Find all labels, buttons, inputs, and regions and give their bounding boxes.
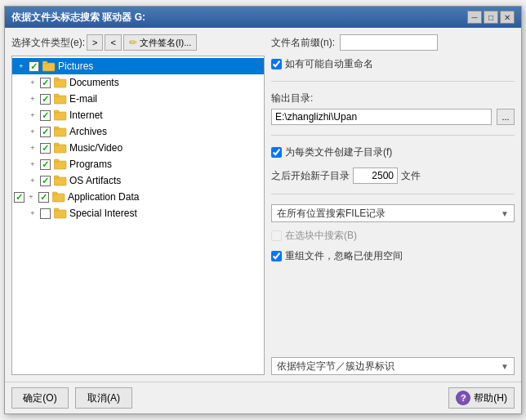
regroup-label[interactable]: 重组文件，忽略已使用空间 [285, 249, 403, 263]
select-type-label: 选择文件类型(e): [11, 36, 85, 50]
file-tags-button[interactable]: ✏ 文件签名(I)... [123, 34, 198, 51]
label-os-artifacts: OS Artifacts [69, 175, 121, 186]
main-content: 选择文件类型(e): > < ✏ 文件签名(I)... + ✓ [5, 28, 521, 382]
expand-button[interactable]: > [87, 34, 103, 51]
filename-prefix-input[interactable] [340, 34, 438, 51]
svg-rect-0 [42, 63, 55, 71]
expand-icon-programs[interactable]: + [27, 159, 38, 170]
checkbox-os-artifacts[interactable]: ✓ [38, 174, 51, 187]
maximize-button[interactable]: □ [484, 11, 498, 24]
checkbox-documents[interactable]: ✓ [38, 76, 51, 89]
expand-icon-special-interest[interactable]: + [27, 208, 38, 219]
auto-rename-checkbox[interactable] [271, 59, 282, 69]
svg-rect-8 [54, 128, 66, 136]
label-archives: Archives [69, 126, 107, 137]
checkbox-internet[interactable]: ✓ [38, 109, 51, 122]
svg-rect-1 [42, 61, 47, 64]
subdir-count-input[interactable] [353, 168, 398, 184]
tree-item-email[interactable]: + ✓ E-mail [12, 91, 264, 107]
subdir-row: 之后开始新子目录 文件 [271, 168, 515, 184]
block-search-label: 在选块中搜索(B) [285, 229, 357, 243]
svg-rect-16 [52, 194, 65, 202]
svg-rect-18 [54, 210, 66, 218]
window-title: 依据文件头标志搜索 驱动器 G: [11, 11, 145, 25]
folder-icon-special-interest [54, 208, 67, 219]
partition-dropdown[interactable]: 依据特定字节／簇边界标识 ▼ [271, 357, 515, 375]
search-dropdown-arrow: ▼ [501, 209, 509, 218]
expand-icon-os-artifacts[interactable]: + [27, 175, 38, 186]
checkbox-application-data[interactable]: ✓ [37, 190, 50, 203]
browse-button[interactable]: ... [497, 109, 515, 125]
tree-item-special-interest[interactable]: + Special Interest [12, 205, 264, 221]
svg-rect-12 [54, 161, 66, 169]
output-dir-row: 输出目录: ... [271, 92, 515, 125]
per-type-dir-checkbox[interactable] [271, 147, 282, 158]
svg-rect-13 [54, 159, 59, 162]
close-button[interactable]: ✕ [500, 11, 515, 24]
expand-icon-archives[interactable]: + [27, 126, 38, 137]
collapse-button[interactable]: < [105, 34, 121, 51]
per-type-dir-row: 为每类文件创建子目录(f) [271, 145, 515, 159]
help-button[interactable]: ? 帮助(H) [448, 387, 515, 409]
label-application-data: Application Data [68, 191, 139, 203]
expand-icon-pictures[interactable]: + [16, 60, 27, 72]
folder-icon-programs [54, 159, 67, 170]
svg-rect-4 [54, 96, 66, 104]
file-tags-label: 文件签名(I)... [140, 37, 192, 49]
filename-prefix-label: 文件名前缀(n): [271, 36, 335, 50]
svg-rect-19 [54, 208, 59, 211]
tree-item-pictures[interactable]: + ✓ Pictures [12, 58, 264, 74]
toolbar-row: 选择文件类型(e): > < ✏ 文件签名(I)... [11, 34, 265, 51]
label-internet: Internet [69, 109, 103, 121]
cancel-button[interactable]: 取消(A) [75, 387, 132, 409]
block-search-checkbox [271, 230, 282, 241]
divider-1 [271, 81, 515, 82]
divider-3 [271, 194, 515, 194]
expand-icon-music-video[interactable]: + [27, 142, 38, 154]
tree-item-os-artifacts[interactable]: + ✓ OS Artifacts [12, 172, 264, 189]
files-label: 文件 [401, 169, 421, 183]
checkbox-pictures[interactable]: ✓ [27, 60, 40, 73]
tree-item-music-video[interactable]: + ✓ Music/Video [12, 140, 264, 156]
label-pictures: Pictures [58, 60, 93, 72]
checkbox-special-interest[interactable] [38, 207, 51, 220]
checkbox-programs[interactable]: ✓ [38, 158, 51, 171]
expand-icon-internet[interactable]: + [27, 109, 38, 121]
expand-icon-application-data[interactable]: + [25, 191, 37, 203]
tree-item-documents[interactable]: + ✓ Documents [12, 74, 264, 91]
regroup-checkbox[interactable] [271, 251, 282, 261]
output-dir-label: 输出目录: [271, 92, 515, 105]
svg-rect-5 [54, 94, 59, 96]
folder-icon-archives [54, 126, 67, 137]
output-dir-input[interactable] [271, 109, 492, 125]
ok-button[interactable]: 确定(O) [11, 387, 69, 409]
left-panel: 选择文件类型(e): > < ✏ 文件签名(I)... + ✓ [11, 34, 265, 375]
svg-rect-7 [54, 110, 59, 113]
folder-icon-os-artifacts [54, 175, 67, 186]
checkbox-archives[interactable]: ✓ [38, 125, 51, 138]
minimize-button[interactable]: ─ [467, 11, 482, 24]
expand-icon-documents[interactable]: + [27, 77, 38, 88]
after-start-label: 之后开始新子目录 [271, 169, 350, 183]
svg-rect-9 [54, 127, 59, 129]
main-window: 依据文件头标志搜索 驱动器 G: ─ □ ✕ 选择文件类型(e): > < ✏ … [4, 6, 522, 414]
outer-checkbox-application-data[interactable]: ✓ [12, 190, 25, 203]
checkbox-email[interactable]: ✓ [38, 92, 51, 105]
search-dropdown[interactable]: 在所有位置搜索FILE记录 ▼ [271, 204, 515, 222]
expand-icon-email[interactable]: + [27, 93, 38, 105]
tree-item-application-data[interactable]: ✓ + ✓ Application Data [12, 189, 264, 205]
label-documents: Documents [69, 77, 119, 88]
tree-item-programs[interactable]: + ✓ Programs [12, 156, 264, 172]
divider-2 [271, 135, 515, 136]
tree-item-archives[interactable]: + ✓ Archives [12, 123, 264, 140]
folder-icon-application-data [52, 191, 65, 203]
auto-rename-label[interactable]: 如有可能自动重命名 [285, 57, 373, 71]
file-type-tree[interactable]: + ✓ Pictures + ✓ [11, 56, 265, 375]
svg-rect-2 [54, 79, 66, 87]
checkbox-music-video[interactable]: ✓ [38, 141, 51, 154]
tree-item-internet[interactable]: + ✓ Internet [12, 107, 264, 123]
title-bar-buttons: ─ □ ✕ [467, 11, 515, 24]
per-type-dir-label[interactable]: 为每类文件创建子目录(f) [285, 145, 392, 159]
help-label: 帮助(H) [474, 391, 507, 405]
bottom-buttons-left: 确定(O) 取消(A) [11, 387, 132, 409]
